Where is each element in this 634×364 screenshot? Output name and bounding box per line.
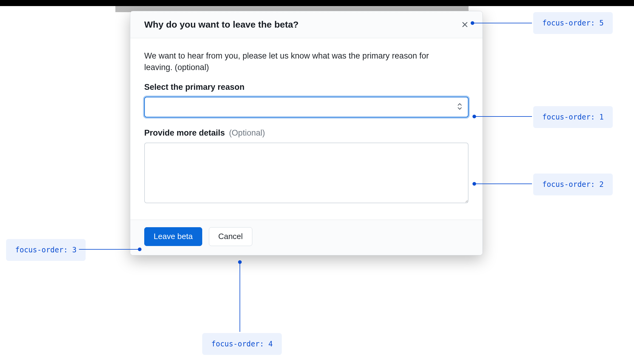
svg-point-9	[238, 261, 241, 264]
close-icon	[462, 21, 468, 28]
annotation-focus-order-4: focus-order: 4	[202, 333, 282, 355]
annotation-canvas: Why do you want to leave the beta? We wa…	[0, 0, 634, 364]
reason-label: Select the primary reason	[144, 83, 469, 92]
details-optional-text: (Optional)	[229, 128, 265, 137]
annotation-focus-order-5: focus-order: 5	[533, 12, 613, 34]
dialog-body: We want to hear from you, please let us …	[130, 38, 482, 220]
details-label: Provide more details (Optional)	[144, 128, 469, 138]
reason-select[interactable]	[144, 97, 469, 117]
leave-beta-button[interactable]: Leave beta	[144, 227, 202, 246]
annotation-focus-order-2: focus-order: 2	[533, 174, 613, 195]
close-button[interactable]	[459, 19, 470, 30]
annotation-focus-order-3: focus-order: 3	[6, 239, 86, 261]
dialog-title: Why do you want to leave the beta?	[144, 19, 298, 30]
details-textarea[interactable]	[144, 143, 469, 203]
reason-select-wrap	[144, 97, 469, 117]
connector-fo4	[238, 261, 241, 332]
dialog-footer: Leave beta Cancel	[130, 220, 482, 255]
top-black-band	[0, 0, 634, 6]
dialog-header: Why do you want to leave the beta?	[130, 11, 482, 38]
dialog-intro-text: We want to hear from you, please let us …	[144, 50, 454, 73]
annotation-focus-order-1: focus-order: 1	[533, 106, 613, 128]
cancel-button[interactable]: Cancel	[209, 227, 252, 246]
leave-beta-dialog: Why do you want to leave the beta? We wa…	[130, 11, 483, 255]
details-label-text: Provide more details	[144, 128, 225, 137]
